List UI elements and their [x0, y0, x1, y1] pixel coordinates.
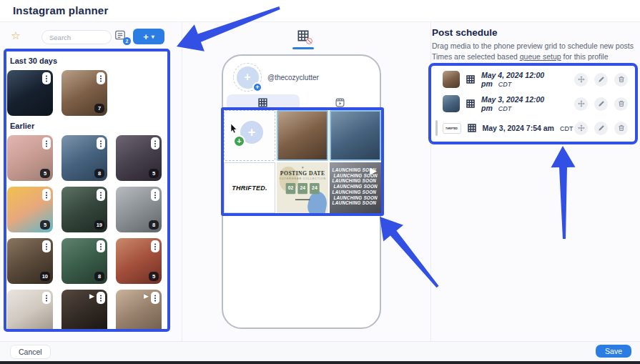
- edit-post-button[interactable]: [594, 122, 608, 135]
- date-tile: 02: [286, 183, 296, 194]
- media-thumbnail-dark-clothes-rack[interactable]: 5: [116, 135, 162, 181]
- kebab-menu-icon[interactable]: [97, 292, 105, 304]
- launching-soon-line: LAUNCHING SOON: [330, 179, 380, 185]
- kebab-menu-icon[interactable]: [42, 292, 51, 304]
- active-tab-underline: [292, 47, 314, 49]
- move-post-button[interactable]: [574, 97, 588, 111]
- annotation-arrow: [551, 146, 576, 239]
- cancel-button[interactable]: Cancel: [10, 345, 51, 359]
- move-icon: [578, 76, 585, 83]
- media-count-badge: 5: [40, 169, 50, 178]
- grid-drop-target[interactable]: ++: [224, 110, 275, 161]
- grid-preview-tab[interactable]: [296, 29, 310, 43]
- kebab-menu-icon[interactable]: [151, 137, 159, 149]
- tab-reels[interactable]: [304, 94, 377, 111]
- media-thumbnail-floral-rack[interactable]: 5: [116, 238, 162, 284]
- window-bottom-edge: [0, 361, 640, 364]
- grid-icon: [466, 99, 475, 108]
- kebab-menu-icon[interactable]: [151, 240, 159, 252]
- description-line2-suffix: for this profile: [561, 52, 609, 61]
- media-thumbnail-workshop-video[interactable]: ▶: [61, 290, 107, 329]
- library-grid: 7: [7, 70, 167, 116]
- move-post-button[interactable]: [574, 73, 588, 87]
- launching-soon-line: LAUNCHING SOON: [330, 184, 381, 190]
- media-count-badge: 10: [40, 272, 50, 281]
- profile-avatar[interactable]: + +: [233, 63, 262, 92]
- media-thumbnail-pink-bedroom[interactable]: 5: [7, 135, 53, 181]
- grid-cell-posting-date[interactable]: ♥POSTING DATEOUTERWEAR COLLECTION022424: [277, 162, 328, 213]
- move-post-button[interactable]: [574, 122, 588, 135]
- media-count-badge: 8: [94, 169, 104, 178]
- grid-cell-clothing-rack[interactable]: [277, 110, 328, 161]
- grid-icon: [258, 98, 267, 107]
- media-thumbnail-jeans-rack[interactable]: 8: [61, 135, 107, 181]
- kebab-menu-icon[interactable]: [151, 292, 159, 304]
- kebab-menu-icon[interactable]: [97, 137, 105, 149]
- grid-cell-launching-soon[interactable]: LAUNCHING SOONLAUNCHING SOONLAUNCHING SO…: [330, 162, 381, 213]
- media-thumbnail-grey-sweaters[interactable]: 8: [116, 187, 162, 232]
- kebab-menu-icon[interactable]: [42, 189, 51, 201]
- save-button[interactable]: Save: [596, 345, 631, 358]
- kebab-menu-icon[interactable]: [97, 189, 105, 201]
- library-grid: 58551981085▶▶: [7, 135, 167, 329]
- library-section-label: Earlier: [10, 122, 167, 130]
- add-media-button[interactable]: + ▾: [133, 29, 164, 44]
- kebab-menu-icon[interactable]: [97, 72, 105, 84]
- grid-icon: [466, 99, 475, 108]
- edit-post-button[interactable]: [594, 73, 608, 87]
- kebab-menu-icon[interactable]: [151, 189, 159, 201]
- media-count-badge: 5: [149, 272, 159, 281]
- kebab-menu-icon[interactable]: [42, 137, 51, 149]
- grid-icon: [468, 124, 476, 132]
- favorites-star-icon[interactable]: ☆: [9, 29, 23, 43]
- media-thumbnail-storm-harbor[interactable]: [7, 70, 53, 116]
- kebab-dots: [100, 246, 102, 247]
- media-count-badge: 5: [40, 220, 50, 230]
- date-tile: 24: [297, 183, 307, 194]
- schedule-timezone: CDT: [498, 105, 512, 112]
- grid-icon: [468, 124, 476, 132]
- grid-cell-thrifted[interactable]: THRIFTED.: [224, 162, 275, 213]
- media-thumbnail-tv-plant[interactable]: 19: [61, 187, 107, 232]
- schedule-thumb-label: THRIFTED.: [445, 127, 458, 129]
- media-thumbnail-pastel-rack[interactable]: 5: [7, 187, 53, 232]
- media-thumbnail-old-tvs[interactable]: 10: [7, 238, 53, 284]
- kebab-menu-icon[interactable]: [42, 72, 51, 84]
- delete-post-button[interactable]: [614, 122, 628, 135]
- panel-divider-left: [182, 22, 182, 341]
- tab-grid[interactable]: [227, 94, 300, 111]
- grid-cell-jeans-rack[interactable]: [330, 110, 381, 161]
- media-count-badge: 8: [94, 272, 104, 281]
- queue-icon[interactable]: 2: [114, 29, 129, 44]
- grid-icon: [466, 75, 475, 84]
- move-icon: [578, 100, 585, 107]
- thrifted-label: THRIFTED.: [232, 185, 267, 192]
- delete-post-button[interactable]: [614, 97, 628, 111]
- kebab-menu-icon[interactable]: [97, 240, 105, 252]
- media-thumbnail-white-shirt-rack[interactable]: [7, 290, 53, 329]
- kebab-dots: [100, 297, 102, 299]
- edit-post-button[interactable]: [594, 97, 608, 111]
- schedule-list: May 4, 2024 12:00 pmCDTMay 3, 2024 12:00…: [431, 66, 635, 142]
- schedule-date: May 4, 2024 12:00 pmCDT: [481, 71, 574, 88]
- library-section-label: Last 30 days: [10, 56, 167, 65]
- add-story-icon: +: [252, 82, 262, 92]
- launching-soon-line: LAUNCHING SOON: [330, 200, 380, 206]
- media-count-badge: 8: [149, 220, 159, 230]
- kebab-menu-icon[interactable]: [42, 240, 51, 252]
- chevron-down-icon: ▾: [152, 34, 154, 40]
- trash-icon: [618, 76, 625, 83]
- media-thumbnail-clothing-rack[interactable]: 7: [61, 70, 107, 116]
- media-thumbnail-open-sign-storefront[interactable]: 8: [61, 238, 107, 284]
- post-schedule-description: Drag media to the phone preview grid to …: [432, 41, 638, 62]
- reels-icon: [335, 98, 345, 107]
- post-schedule-title: Post schedule: [432, 27, 498, 38]
- description-line2-prefix: Times are selected based: [432, 52, 520, 61]
- delete-post-button[interactable]: [614, 73, 628, 87]
- phone-tab-bar: [225, 93, 378, 112]
- media-thumbnail-shop-video[interactable]: ▶: [116, 290, 162, 329]
- trash-icon: [618, 100, 625, 107]
- search-input[interactable]: [41, 30, 112, 44]
- trash-icon: [618, 124, 625, 132]
- queue-setup-link[interactable]: queue setup: [520, 52, 561, 61]
